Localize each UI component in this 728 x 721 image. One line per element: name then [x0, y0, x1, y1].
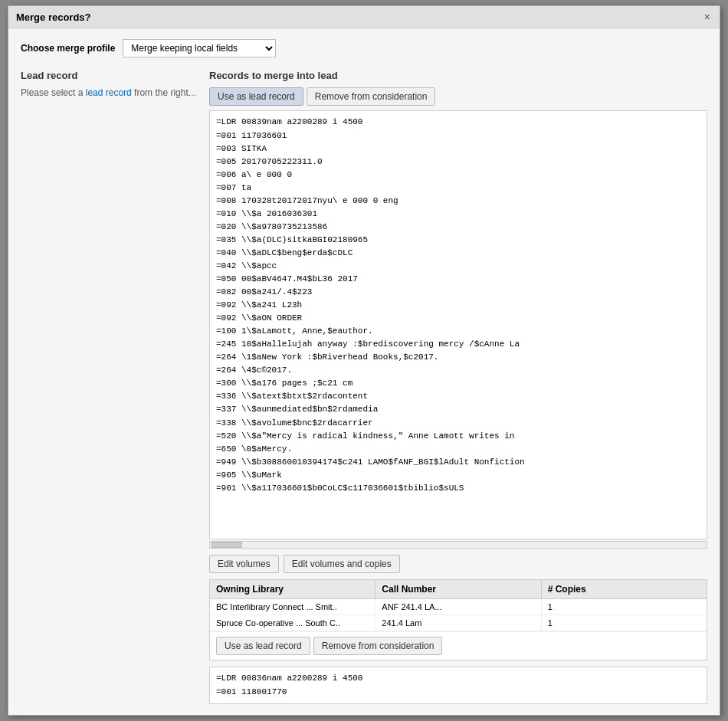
remove-from-consideration-button-2[interactable]: Remove from consideration	[313, 637, 443, 655]
marc-line-2: =LDR 00836nam a2200289 i 4500	[216, 672, 700, 685]
marc-line: =520 \\$a"Mercy is radical kindness," An…	[216, 430, 700, 443]
marc-scrollbar-1[interactable]	[209, 541, 707, 549]
marc-line: =336 \\$atext$btxt$2rdacontent	[216, 390, 700, 403]
close-button[interactable]: ×	[703, 11, 712, 23]
marc-scrollbar-thumb-1[interactable]	[212, 542, 242, 548]
table-cell-owning-1: BC Interlibrary Connect ... Smit..	[210, 599, 375, 614]
table-header: Owning Library Call Number # Copies	[210, 580, 707, 599]
col-header-copies: # Copies	[542, 580, 707, 598]
col-header-call-number: Call Number	[375, 580, 541, 598]
dialog-title-bar: Merge records? ×	[8, 6, 720, 28]
use-as-lead-button-1[interactable]: Use as lead record	[209, 87, 303, 106]
edit-volumes-button[interactable]: Edit volumes	[209, 555, 279, 573]
marc-line-2: =001 118001770	[216, 686, 700, 699]
table-cell-copies-1: 1	[542, 599, 707, 614]
marc-line: =949 \\$b308860010394174$c241 LAMO$fANF_…	[216, 456, 700, 469]
marc-line: =LDR 00839nam a2200289 i 4500	[216, 116, 700, 129]
marc-line: =035 \\$a(DLC)sitkaBGI02180965	[216, 234, 700, 247]
marc-display-1[interactable]: =LDR 00839nam a2200289 i 4500 =001 11703…	[209, 110, 707, 539]
col-header-owning-library: Owning Library	[210, 580, 375, 598]
remove-from-consideration-button-1[interactable]: Remove from consideration	[307, 87, 436, 106]
records-to-merge-panel: Records to merge into lead Use as lead r…	[209, 70, 707, 703]
holdings-table: Owning Library Call Number # Copies BC I…	[209, 579, 707, 660]
marc-line: =245 10$aHallelujah anyway :$brediscover…	[216, 338, 700, 351]
marc-line: =338 \\$avolume$bnc$2rdacarrier	[216, 417, 700, 430]
marc-line: =040 \\$aDLC$beng$erda$cDLC	[216, 247, 700, 260]
volume-buttons: Edit volumes Edit volumes and copies	[209, 555, 707, 573]
marc-line: =003 SITKA	[216, 143, 700, 156]
marc-line: =050 00$aBV4647.M4$bL36 2017	[216, 273, 700, 286]
lead-record-panel: Lead record Please select a lead record …	[21, 70, 197, 703]
dialog-body: Choose merge profile Merge keeping local…	[8, 28, 720, 714]
merge-profile-label: Choose merge profile	[21, 43, 115, 54]
marc-line: =905 \\$uMark	[216, 469, 700, 482]
marc-line: =337 \\$aunmediated$bn$2rdamedia	[216, 403, 700, 416]
marc-line: =082 00$a241/.4$223	[216, 286, 700, 299]
table-cell-owning-2: Spruce Co-operative ... South C..	[210, 615, 375, 631]
columns: Lead record Please select a lead record …	[21, 70, 707, 703]
marc-line: =007 ta	[216, 182, 700, 195]
records-to-merge-title: Records to merge into lead	[209, 70, 707, 81]
marc-line: =092 \\$a241 L23h	[216, 299, 700, 312]
marc-line: =001 117036601	[216, 129, 700, 143]
use-as-lead-button-2[interactable]: Use as lead record	[216, 637, 310, 655]
marc-line: =092 \\$aON ORDER	[216, 312, 700, 325]
marc-line: =005 20170705222311.0	[216, 156, 700, 169]
edit-volumes-copies-button[interactable]: Edit volumes and copies	[284, 555, 400, 573]
marc-line: =042 \\$apcc	[216, 260, 700, 273]
lead-record-title: Lead record	[21, 70, 197, 81]
table-cell-copies-2: 1	[542, 615, 707, 631]
marc-line: =100 1\$aLamott, Anne,$eauthor.	[216, 325, 700, 338]
marc-line: =650 \0$aMercy.	[216, 443, 700, 456]
dialog-title: Merge records?	[16, 11, 91, 23]
marc-line: =264 \4$c©2017.	[216, 364, 700, 377]
table-cell-call-2: 241.4 Lam	[375, 615, 541, 631]
table-row: BC Interlibrary Connect ... Smit.. ANF 2…	[210, 599, 707, 615]
marc-line: =020 \\$a9780735213586	[216, 221, 700, 234]
table-cell-call-1: ANF 241.4 LA...	[375, 599, 541, 614]
marc-line: =901 \\$a117036601$b0CoLC$c117036601$tbi…	[216, 482, 700, 495]
merge-profile-row: Choose merge profile Merge keeping local…	[21, 39, 707, 57]
marc-line: =006 a\ e 000 0	[216, 169, 700, 182]
lead-record-link[interactable]: lead record	[86, 87, 132, 98]
marc-line: =264 \1$aNew York :$bRiverhead Books,$c2…	[216, 351, 700, 364]
marc-line: =008 170328t20172017nyu\ e 000 0 eng	[216, 195, 700, 208]
table-row: Spruce Co-operative ... South C.. 241.4 …	[210, 615, 707, 631]
marc-display-2[interactable]: =LDR 00836nam a2200289 i 4500 =001 11800…	[209, 667, 707, 703]
merge-profile-select[interactable]: Merge keeping local fields Merge keeping…	[123, 39, 276, 57]
merge-dialog: Merge records? × Choose merge profile Me…	[8, 5, 720, 715]
marc-line: =300 \\$a176 pages ;$c21 cm	[216, 377, 700, 390]
second-record-action-btns: Use as lead record Remove from considera…	[210, 631, 707, 660]
lead-record-hint: Please select a lead record from the rig…	[21, 87, 197, 98]
first-record-action-btns: Use as lead record Remove from considera…	[209, 87, 707, 106]
marc-line: =010 \\$a 2016036301	[216, 208, 700, 221]
